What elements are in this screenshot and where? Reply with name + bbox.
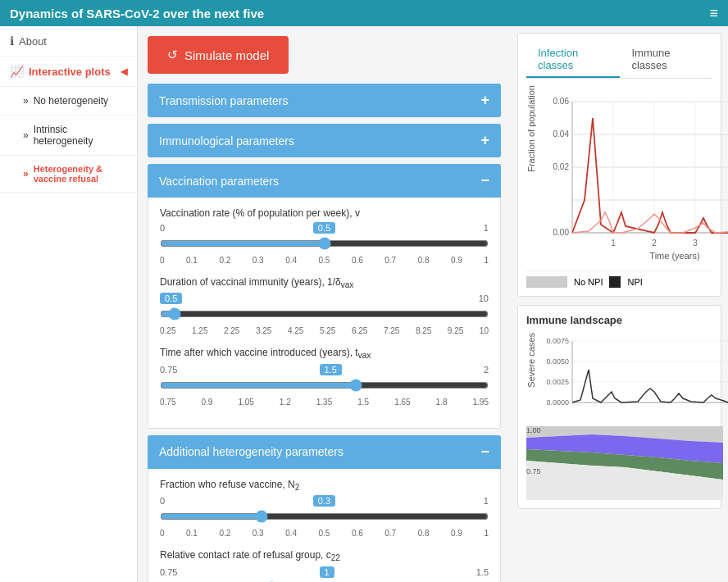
sidebar-item-about[interactable]: ℹ About	[0, 26, 137, 57]
npi-label: NPI	[627, 277, 642, 287]
infection-chart-section: Infection classes Immune classes Fractio…	[517, 33, 721, 297]
y-axis-infection-label: Fraction of population	[526, 85, 536, 172]
arrow-icon-3: »	[23, 168, 29, 180]
svg-text:0.0025: 0.0025	[546, 378, 569, 386]
cr-min: 0.75	[160, 567, 177, 577]
immunological-header[interactable]: Immunological parameters +	[148, 124, 501, 157]
vaccination-label: Vaccination parameters	[159, 175, 279, 188]
arrow-icon-2: »	[23, 130, 29, 141]
vaccination-rate-slider[interactable]	[160, 237, 489, 250]
severe-plot: 0.0075 0.0050 0.0025 0.0000	[539, 333, 728, 423]
no-npi-label: No NPI	[574, 277, 603, 287]
vi-ticks: 0.251.252.253.254.255.256.257.258.259.25…	[160, 326, 489, 335]
vaccination-toggle: −	[480, 172, 489, 189]
immune-landscape-title: Immune landscape	[526, 314, 712, 326]
y-axis-severe-label: Severe cases	[526, 333, 536, 388]
vaccinal-immunity-group: Duration of vaccinal immunity (years), 1…	[160, 276, 489, 335]
sidebar: ℹ About 📈 Interactive plots ◀ » No heter…	[0, 26, 138, 582]
sidebar-item-interactive-plots[interactable]: 📈 Interactive plots ◀	[0, 57, 137, 87]
svg-text:Time (years): Time (years)	[649, 251, 699, 261]
svg-text:0.0050: 0.0050	[546, 357, 569, 366]
vaccinal-immunity-slider[interactable]	[160, 307, 489, 321]
vaccine-time-group: Time after which vaccine introduced (yea…	[160, 347, 489, 406]
svg-text:0.02: 0.02	[553, 162, 570, 171]
transmission-label: Transmission parameters	[159, 94, 288, 107]
contact-rate-label: Relative contact rate of refusal group, …	[160, 549, 489, 562]
simulate-label: Simulate model	[184, 48, 269, 62]
rv-max: 1	[484, 496, 489, 506]
sidebar-item-no-heterogeneity[interactable]: » No heterogeneity	[0, 87, 137, 116]
vt-value: 1.5	[320, 364, 342, 375]
refuse-vaccine-label: Fraction who refuse vaccine, N2	[160, 479, 489, 492]
sidebar-label-het-vaccine: Heterogeneity & vaccine refusal	[34, 164, 127, 184]
cr-max: 1.5	[476, 567, 489, 577]
svg-text:0.06: 0.06	[553, 97, 570, 106]
vt-ticks: 0.750.91.051.21.351.51.651.81.95	[160, 398, 489, 407]
sidebar-item-heterogeneity-vaccine[interactable]: » Heterogeneity & vaccine refusal	[0, 156, 137, 193]
rv-min: 0	[160, 496, 165, 506]
additional-label: Additional heterogeneity parameters	[159, 445, 344, 458]
vaccinal-immunity-label: Duration of vaccinal immunity (years), 1…	[160, 276, 489, 289]
arrow-icon-1: »	[23, 95, 29, 107]
right-panel: Infection classes Immune classes Fractio…	[511, 26, 728, 582]
rv-ticks: 00.10.20.30.40.50.60.70.80.91	[160, 529, 489, 538]
tab-infection-classes[interactable]: Infection classes	[526, 42, 620, 78]
info-icon: ℹ	[10, 34, 14, 48]
cr-value: 1	[320, 566, 334, 578]
vaccination-rate-label: Vaccination rate (% of population per we…	[160, 207, 489, 219]
vaccination-body: Vaccination rate (% of population per we…	[148, 198, 501, 429]
immunological-label: Immunological parameters	[159, 134, 294, 148]
vaccination-header[interactable]: Vaccination parameters −	[148, 164, 501, 198]
svg-text:0.0075: 0.0075	[546, 337, 569, 345]
transmission-header[interactable]: Transmission parameters +	[148, 84, 501, 117]
additional-body: Fraction who refuse vaccine, N2 0 0.3 1 …	[148, 469, 501, 582]
sidebar-label-about: About	[19, 35, 47, 48]
svg-text:1.00: 1.00	[526, 426, 541, 434]
vt-max: 2	[484, 365, 489, 375]
svg-text:0.75: 0.75	[526, 467, 541, 475]
severe-cases-area: Severe cases 0.0075	[526, 333, 712, 423]
svg-text:0.0000: 0.0000	[546, 398, 569, 407]
additional-accordion: Additional heterogeneity parameters − Fr…	[148, 435, 501, 582]
contact-rate-group: Relative contact rate of refusal group, …	[160, 549, 489, 582]
chevron-icon: ◀	[121, 66, 127, 77]
menu-icon[interactable]: ≡	[709, 5, 718, 22]
no-npi-box	[526, 276, 567, 288]
infection-plot: 0.06 0.04 0.02 0.00 1 2 3 4 5	[539, 85, 728, 266]
vaccine-time-label: Time after which vaccine introduced (yea…	[160, 347, 489, 360]
immunological-toggle: +	[480, 132, 489, 149]
vr-min: 0	[160, 223, 165, 233]
vi-value: 0.5	[160, 293, 182, 304]
vr-ticks: 00.10.20.30.40.50.60.70.80.91	[160, 256, 489, 265]
infection-chart-area: Fraction of population	[526, 85, 712, 266]
additional-header[interactable]: Additional heterogeneity parameters −	[148, 435, 501, 469]
severe-svg: 0.0075 0.0050 0.0025 0.0000	[539, 333, 728, 423]
svg-text:1: 1	[611, 239, 616, 248]
npi-legend: No NPI NPI	[526, 271, 712, 288]
immune-stacked-svg: 1.00 0.75	[526, 426, 723, 500]
sidebar-item-intrinsic-heterogeneity[interactable]: » Intrinsic heterogeneity	[0, 116, 137, 156]
refuse-vaccine-slider[interactable]	[160, 510, 489, 523]
svg-text:2: 2	[652, 239, 657, 248]
vt-min: 0.75	[160, 365, 177, 375]
rv-value: 0.3	[313, 495, 335, 507]
chart-tabs: Infection classes Immune classes	[526, 42, 712, 79]
tab-immune-classes[interactable]: Immune classes	[620, 42, 712, 78]
svg-text:3: 3	[693, 239, 698, 248]
npi-box	[609, 276, 621, 288]
refuse-vaccine-group: Fraction who refuse vaccine, N2 0 0.3 1 …	[160, 479, 489, 538]
simulate-button[interactable]: ↺ Simulate model	[148, 36, 289, 74]
infection-svg: 0.06 0.04 0.02 0.00 1 2 3 4 5	[539, 85, 728, 266]
svg-text:0.04: 0.04	[553, 130, 570, 139]
transmission-toggle: +	[480, 92, 489, 109]
top-header: Dynamics of SARS-CoV-2 over the next fiv…	[0, 0, 728, 26]
svg-text:0.00: 0.00	[553, 228, 570, 237]
immunological-accordion: Immunological parameters +	[148, 124, 501, 157]
vaccination-rate-group: Vaccination rate (% of population per we…	[160, 207, 489, 265]
immune-landscape-section: Immune landscape Severe cases	[517, 305, 721, 509]
vaccine-time-slider[interactable]	[160, 379, 489, 392]
vr-value: 0.5	[313, 222, 335, 234]
vaccination-accordion: Vaccination parameters − Vaccination rat…	[148, 164, 501, 429]
immune-stacked-area: 1.00 0.75	[526, 426, 712, 500]
sidebar-label-intrinsic: Intrinsic heterogeneity	[34, 124, 127, 147]
